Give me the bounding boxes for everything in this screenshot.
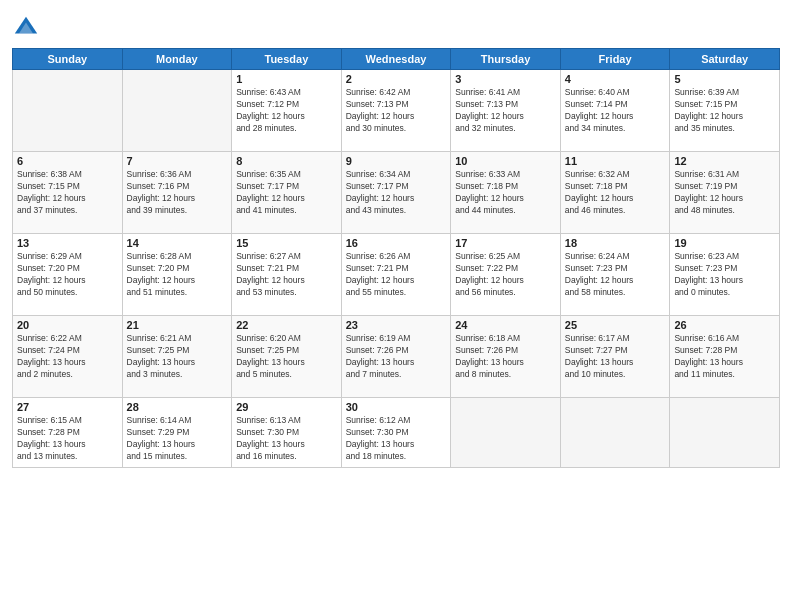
day-number: 2: [346, 73, 447, 85]
day-cell: [670, 398, 780, 468]
day-number: 16: [346, 237, 447, 249]
day-info: Sunrise: 6:33 AM Sunset: 7:18 PM Dayligh…: [455, 169, 556, 217]
day-number: 17: [455, 237, 556, 249]
logo-icon: [12, 14, 40, 42]
day-info: Sunrise: 6:19 AM Sunset: 7:26 PM Dayligh…: [346, 333, 447, 381]
day-number: 19: [674, 237, 775, 249]
day-info: Sunrise: 6:31 AM Sunset: 7:19 PM Dayligh…: [674, 169, 775, 217]
day-cell: [122, 70, 232, 152]
day-info: Sunrise: 6:42 AM Sunset: 7:13 PM Dayligh…: [346, 87, 447, 135]
day-info: Sunrise: 6:12 AM Sunset: 7:30 PM Dayligh…: [346, 415, 447, 463]
day-info: Sunrise: 6:39 AM Sunset: 7:15 PM Dayligh…: [674, 87, 775, 135]
day-number: 10: [455, 155, 556, 167]
weekday-header-thursday: Thursday: [451, 49, 561, 70]
day-number: 29: [236, 401, 337, 413]
day-number: 6: [17, 155, 118, 167]
day-number: 24: [455, 319, 556, 331]
day-number: 25: [565, 319, 666, 331]
day-info: Sunrise: 6:38 AM Sunset: 7:15 PM Dayligh…: [17, 169, 118, 217]
weekday-header-monday: Monday: [122, 49, 232, 70]
day-number: 13: [17, 237, 118, 249]
day-number: 22: [236, 319, 337, 331]
day-cell: 25Sunrise: 6:17 AM Sunset: 7:27 PM Dayli…: [560, 316, 670, 398]
day-cell: 22Sunrise: 6:20 AM Sunset: 7:25 PM Dayli…: [232, 316, 342, 398]
day-info: Sunrise: 6:25 AM Sunset: 7:22 PM Dayligh…: [455, 251, 556, 299]
weekday-header-wednesday: Wednesday: [341, 49, 451, 70]
day-cell: 18Sunrise: 6:24 AM Sunset: 7:23 PM Dayli…: [560, 234, 670, 316]
day-info: Sunrise: 6:18 AM Sunset: 7:26 PM Dayligh…: [455, 333, 556, 381]
day-info: Sunrise: 6:13 AM Sunset: 7:30 PM Dayligh…: [236, 415, 337, 463]
day-cell: 3Sunrise: 6:41 AM Sunset: 7:13 PM Daylig…: [451, 70, 561, 152]
day-info: Sunrise: 6:16 AM Sunset: 7:28 PM Dayligh…: [674, 333, 775, 381]
day-cell: 4Sunrise: 6:40 AM Sunset: 7:14 PM Daylig…: [560, 70, 670, 152]
day-cell: 13Sunrise: 6:29 AM Sunset: 7:20 PM Dayli…: [13, 234, 123, 316]
day-number: 15: [236, 237, 337, 249]
day-info: Sunrise: 6:36 AM Sunset: 7:16 PM Dayligh…: [127, 169, 228, 217]
day-cell: [13, 70, 123, 152]
calendar-row-3: 20Sunrise: 6:22 AM Sunset: 7:24 PM Dayli…: [13, 316, 780, 398]
weekday-header-row: SundayMondayTuesdayWednesdayThursdayFrid…: [13, 49, 780, 70]
day-number: 11: [565, 155, 666, 167]
day-info: Sunrise: 6:28 AM Sunset: 7:20 PM Dayligh…: [127, 251, 228, 299]
day-info: Sunrise: 6:26 AM Sunset: 7:21 PM Dayligh…: [346, 251, 447, 299]
day-cell: 2Sunrise: 6:42 AM Sunset: 7:13 PM Daylig…: [341, 70, 451, 152]
day-info: Sunrise: 6:22 AM Sunset: 7:24 PM Dayligh…: [17, 333, 118, 381]
weekday-header-sunday: Sunday: [13, 49, 123, 70]
day-info: Sunrise: 6:29 AM Sunset: 7:20 PM Dayligh…: [17, 251, 118, 299]
day-cell: 7Sunrise: 6:36 AM Sunset: 7:16 PM Daylig…: [122, 152, 232, 234]
day-number: 20: [17, 319, 118, 331]
day-number: 30: [346, 401, 447, 413]
day-number: 9: [346, 155, 447, 167]
day-cell: 20Sunrise: 6:22 AM Sunset: 7:24 PM Dayli…: [13, 316, 123, 398]
day-number: 27: [17, 401, 118, 413]
calendar-table: SundayMondayTuesdayWednesdayThursdayFrid…: [12, 48, 780, 468]
header: [12, 10, 780, 42]
day-info: Sunrise: 6:24 AM Sunset: 7:23 PM Dayligh…: [565, 251, 666, 299]
day-info: Sunrise: 6:23 AM Sunset: 7:23 PM Dayligh…: [674, 251, 775, 299]
logo: [12, 14, 44, 42]
weekday-header-friday: Friday: [560, 49, 670, 70]
day-info: Sunrise: 6:35 AM Sunset: 7:17 PM Dayligh…: [236, 169, 337, 217]
day-cell: 9Sunrise: 6:34 AM Sunset: 7:17 PM Daylig…: [341, 152, 451, 234]
day-cell: 17Sunrise: 6:25 AM Sunset: 7:22 PM Dayli…: [451, 234, 561, 316]
day-number: 28: [127, 401, 228, 413]
day-info: Sunrise: 6:32 AM Sunset: 7:18 PM Dayligh…: [565, 169, 666, 217]
day-cell: [560, 398, 670, 468]
day-info: Sunrise: 6:41 AM Sunset: 7:13 PM Dayligh…: [455, 87, 556, 135]
day-number: 23: [346, 319, 447, 331]
day-cell: 26Sunrise: 6:16 AM Sunset: 7:28 PM Dayli…: [670, 316, 780, 398]
day-cell: 27Sunrise: 6:15 AM Sunset: 7:28 PM Dayli…: [13, 398, 123, 468]
day-info: Sunrise: 6:14 AM Sunset: 7:29 PM Dayligh…: [127, 415, 228, 463]
calendar-row-1: 6Sunrise: 6:38 AM Sunset: 7:15 PM Daylig…: [13, 152, 780, 234]
day-cell: 15Sunrise: 6:27 AM Sunset: 7:21 PM Dayli…: [232, 234, 342, 316]
day-number: 18: [565, 237, 666, 249]
day-cell: 23Sunrise: 6:19 AM Sunset: 7:26 PM Dayli…: [341, 316, 451, 398]
day-cell: 21Sunrise: 6:21 AM Sunset: 7:25 PM Dayli…: [122, 316, 232, 398]
day-number: 4: [565, 73, 666, 85]
day-number: 5: [674, 73, 775, 85]
day-cell: 29Sunrise: 6:13 AM Sunset: 7:30 PM Dayli…: [232, 398, 342, 468]
day-number: 1: [236, 73, 337, 85]
day-cell: 16Sunrise: 6:26 AM Sunset: 7:21 PM Dayli…: [341, 234, 451, 316]
day-number: 7: [127, 155, 228, 167]
day-cell: 12Sunrise: 6:31 AM Sunset: 7:19 PM Dayli…: [670, 152, 780, 234]
day-cell: 24Sunrise: 6:18 AM Sunset: 7:26 PM Dayli…: [451, 316, 561, 398]
day-cell: 1Sunrise: 6:43 AM Sunset: 7:12 PM Daylig…: [232, 70, 342, 152]
day-number: 21: [127, 319, 228, 331]
day-number: 3: [455, 73, 556, 85]
day-info: Sunrise: 6:15 AM Sunset: 7:28 PM Dayligh…: [17, 415, 118, 463]
calendar-row-4: 27Sunrise: 6:15 AM Sunset: 7:28 PM Dayli…: [13, 398, 780, 468]
day-cell: 28Sunrise: 6:14 AM Sunset: 7:29 PM Dayli…: [122, 398, 232, 468]
weekday-header-saturday: Saturday: [670, 49, 780, 70]
day-cell: 6Sunrise: 6:38 AM Sunset: 7:15 PM Daylig…: [13, 152, 123, 234]
day-number: 14: [127, 237, 228, 249]
day-info: Sunrise: 6:43 AM Sunset: 7:12 PM Dayligh…: [236, 87, 337, 135]
weekday-header-tuesday: Tuesday: [232, 49, 342, 70]
day-cell: 5Sunrise: 6:39 AM Sunset: 7:15 PM Daylig…: [670, 70, 780, 152]
page: SundayMondayTuesdayWednesdayThursdayFrid…: [0, 0, 792, 612]
day-cell: 14Sunrise: 6:28 AM Sunset: 7:20 PM Dayli…: [122, 234, 232, 316]
day-info: Sunrise: 6:40 AM Sunset: 7:14 PM Dayligh…: [565, 87, 666, 135]
day-info: Sunrise: 6:17 AM Sunset: 7:27 PM Dayligh…: [565, 333, 666, 381]
day-cell: 19Sunrise: 6:23 AM Sunset: 7:23 PM Dayli…: [670, 234, 780, 316]
day-cell: 30Sunrise: 6:12 AM Sunset: 7:30 PM Dayli…: [341, 398, 451, 468]
